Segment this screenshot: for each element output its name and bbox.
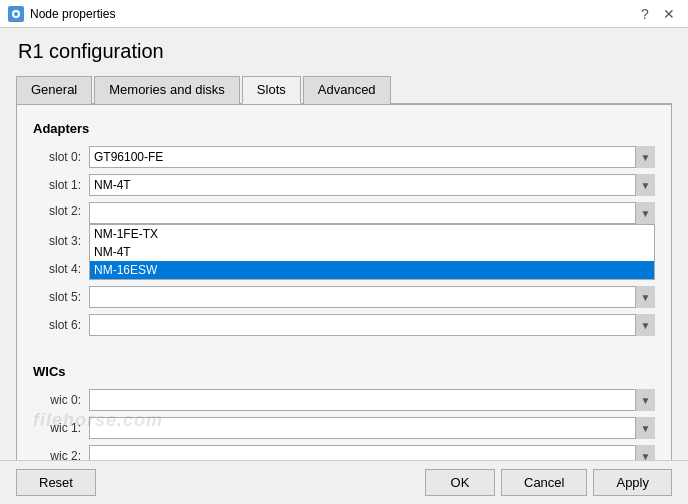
ok-button[interactable]: OK: [425, 469, 495, 496]
wic-0-label: wic 0:: [33, 393, 81, 407]
wic-1-dropdown-wrapper: ▼: [89, 417, 655, 439]
dropdown-item-nm16esw[interactable]: NM-16ESW: [90, 261, 654, 279]
slot-row-5: slot 5: ▼: [33, 286, 655, 308]
slot-1-label: slot 1:: [33, 178, 81, 192]
slot-1-select[interactable]: NM-4T: [89, 174, 655, 196]
slot-0-label: slot 0:: [33, 150, 81, 164]
slot-3-label: slot 3:: [33, 234, 81, 248]
wic-0-select[interactable]: [89, 389, 655, 411]
wic-1-select[interactable]: [89, 417, 655, 439]
tab-advanced[interactable]: Advanced: [303, 76, 391, 104]
adapters-section-title: Adapters: [33, 121, 655, 136]
title-bar-left: Node properties: [8, 6, 115, 22]
reset-button[interactable]: Reset: [16, 469, 96, 496]
apply-button[interactable]: Apply: [593, 469, 672, 496]
title-bar-controls: ? ✕: [634, 5, 680, 23]
tab-general[interactable]: General: [16, 76, 92, 104]
svg-point-2: [14, 12, 18, 16]
title-bar: Node properties ? ✕: [0, 0, 688, 28]
slot-5-select[interactable]: [89, 286, 655, 308]
wic-row-0: wic 0: ▼: [33, 389, 655, 411]
slot-row-6: slot 6: ▼: [33, 314, 655, 336]
slot-1-dropdown-wrapper: NM-4T ▼: [89, 174, 655, 196]
slots-panel: Adapters slot 0: GT96100-FE ▼ slot 1: NM…: [16, 105, 672, 486]
slot-6-dropdown-wrapper: ▼: [89, 314, 655, 336]
help-button[interactable]: ?: [634, 5, 656, 23]
slot-2-open-wrapper: ▼ NM-1FE-TX NM-4T NM-16ESW: [89, 202, 655, 224]
close-button[interactable]: ✕: [658, 5, 680, 23]
bottom-bar: Reset OK Cancel Apply: [0, 460, 688, 504]
slot-0-dropdown-wrapper: GT96100-FE ▼: [89, 146, 655, 168]
tabs: General Memories and disks Slots Advance…: [16, 75, 672, 105]
window-title: Node properties: [30, 7, 115, 21]
slot-0-select[interactable]: GT96100-FE: [89, 146, 655, 168]
slot-row-1: slot 1: NM-4T ▼: [33, 174, 655, 196]
tab-memories[interactable]: Memories and disks: [94, 76, 240, 104]
dialog: R1 configuration General Memories and di…: [0, 28, 688, 498]
tab-slots[interactable]: Slots: [242, 76, 301, 104]
dropdown-item-nm1fetx[interactable]: NM-1FE-TX: [90, 225, 654, 243]
slot-2-field[interactable]: [89, 202, 655, 224]
slot-5-label: slot 5:: [33, 290, 81, 304]
action-buttons: OK Cancel Apply: [425, 469, 672, 496]
cancel-button[interactable]: Cancel: [501, 469, 587, 496]
slot-6-select[interactable]: [89, 314, 655, 336]
wic-0-dropdown-wrapper: ▼: [89, 389, 655, 411]
slot-2-dropdown-list: NM-1FE-TX NM-4T NM-16ESW: [89, 224, 655, 280]
dialog-title: R1 configuration: [16, 40, 672, 63]
slot-row-2: slot 2: ▼ NM-1FE-TX NM-4T NM-16ESW: [33, 202, 655, 224]
slot-2-label: slot 2:: [33, 204, 81, 218]
slot-row-0: slot 0: GT96100-FE ▼: [33, 146, 655, 168]
slot-4-label: slot 4:: [33, 262, 81, 276]
slot-5-dropdown-wrapper: ▼: [89, 286, 655, 308]
watermark: filehorse.com: [33, 410, 163, 431]
wics-section-title: WICs: [33, 364, 655, 379]
slot-6-label: slot 6:: [33, 318, 81, 332]
dropdown-item-nm4t[interactable]: NM-4T: [90, 243, 654, 261]
app-icon: [8, 6, 24, 22]
